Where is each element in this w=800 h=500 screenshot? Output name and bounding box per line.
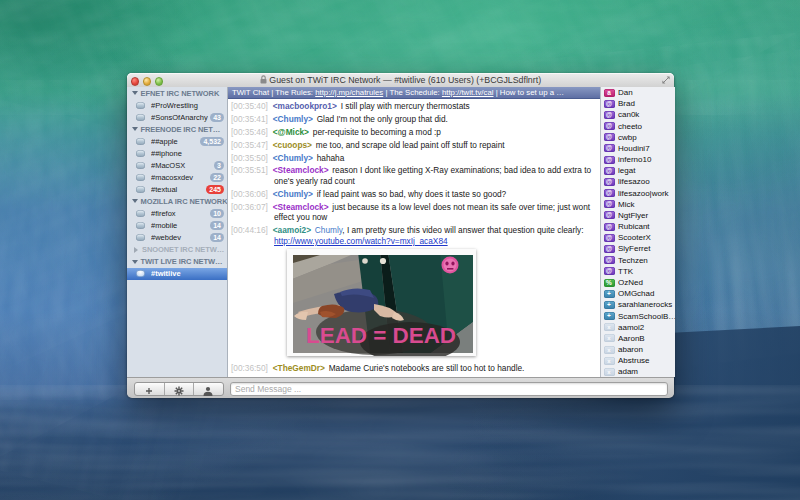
svg-text:LEAD = DEAD: LEAD = DEAD — [306, 323, 456, 348]
